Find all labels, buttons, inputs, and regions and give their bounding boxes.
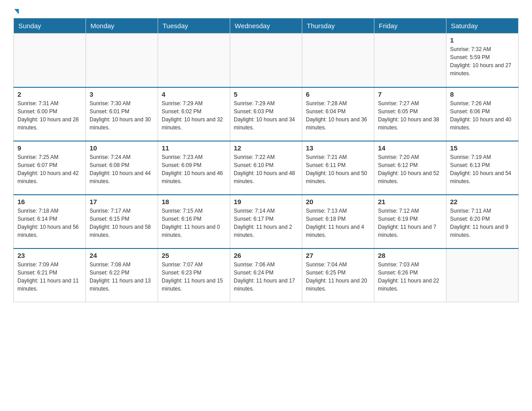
- day-info: Sunrise: 7:24 AMSunset: 6:08 PMDaylight:…: [90, 153, 154, 185]
- calendar-cell: 18Sunrise: 7:15 AMSunset: 6:16 PMDayligh…: [158, 195, 230, 248]
- calendar-week-row: 9Sunrise: 7:25 AMSunset: 6:07 PMDaylight…: [14, 141, 519, 195]
- day-info: Sunrise: 7:23 AMSunset: 6:09 PMDaylight:…: [162, 153, 226, 185]
- day-info: Sunrise: 7:15 AMSunset: 6:16 PMDaylight:…: [162, 207, 226, 239]
- calendar-week-row: 23Sunrise: 7:09 AMSunset: 6:21 PMDayligh…: [14, 248, 519, 302]
- calendar-week-row: 1Sunrise: 7:32 AMSunset: 5:59 PMDaylight…: [14, 34, 519, 87]
- calendar-cell: 4Sunrise: 7:29 AMSunset: 6:02 PMDaylight…: [158, 87, 230, 141]
- day-number: 26: [234, 252, 298, 259]
- day-info: Sunrise: 7:29 AMSunset: 6:02 PMDaylight:…: [162, 99, 226, 132]
- day-number: 3: [90, 90, 154, 98]
- day-number: 25: [162, 252, 226, 259]
- calendar-cell: 27Sunrise: 7:04 AMSunset: 6:25 PMDayligh…: [302, 248, 374, 302]
- day-number: 16: [17, 198, 82, 206]
- calendar-cell: 22Sunrise: 7:11 AMSunset: 6:20 PMDayligh…: [446, 195, 519, 248]
- calendar-cell: [374, 34, 446, 87]
- day-number: 12: [234, 144, 298, 152]
- calendar-cell: [86, 34, 158, 87]
- day-number: 15: [450, 144, 515, 152]
- day-info: Sunrise: 7:25 AMSunset: 6:07 PMDaylight:…: [17, 153, 82, 185]
- day-info: Sunrise: 7:09 AMSunset: 6:21 PMDaylight:…: [17, 261, 82, 293]
- day-number: 28: [378, 252, 442, 259]
- calendar-cell: 2Sunrise: 7:31 AMSunset: 6:00 PMDaylight…: [14, 87, 86, 141]
- day-of-week-header: Saturday: [446, 18, 519, 34]
- calendar-cell: 21Sunrise: 7:12 AMSunset: 6:19 PMDayligh…: [374, 195, 446, 248]
- day-number: 1: [450, 36, 515, 44]
- page-header: [13, 9, 519, 13]
- day-info: Sunrise: 7:22 AMSunset: 6:10 PMDaylight:…: [234, 153, 298, 185]
- calendar-cell: 3Sunrise: 7:30 AMSunset: 6:01 PMDaylight…: [86, 87, 158, 141]
- day-info: Sunrise: 7:26 AMSunset: 6:06 PMDaylight:…: [450, 99, 515, 132]
- calendar-cell: [230, 34, 302, 87]
- calendar-table: SundayMondayTuesdayWednesdayThursdayFrid…: [13, 18, 519, 302]
- calendar-cell: 8Sunrise: 7:26 AMSunset: 6:06 PMDaylight…: [446, 87, 519, 141]
- calendar-cell: 26Sunrise: 7:06 AMSunset: 6:24 PMDayligh…: [230, 248, 302, 302]
- day-info: Sunrise: 7:19 AMSunset: 6:13 PMDaylight:…: [450, 153, 515, 185]
- day-info: Sunrise: 7:12 AMSunset: 6:19 PMDaylight:…: [378, 207, 442, 239]
- calendar-week-row: 16Sunrise: 7:18 AMSunset: 6:14 PMDayligh…: [14, 195, 519, 248]
- day-of-week-header: Wednesday: [230, 18, 302, 34]
- calendar-cell: 23Sunrise: 7:09 AMSunset: 6:21 PMDayligh…: [14, 248, 86, 302]
- calendar-cell: 7Sunrise: 7:27 AMSunset: 6:05 PMDaylight…: [374, 87, 446, 141]
- day-number: 27: [306, 252, 370, 259]
- calendar-cell: [302, 34, 374, 87]
- day-of-week-header: Friday: [374, 18, 446, 34]
- calendar-cell: 11Sunrise: 7:23 AMSunset: 6:09 PMDayligh…: [158, 141, 230, 195]
- calendar-cell: 20Sunrise: 7:13 AMSunset: 6:18 PMDayligh…: [302, 195, 374, 248]
- day-number: 8: [450, 90, 515, 98]
- day-info: Sunrise: 7:11 AMSunset: 6:20 PMDaylight:…: [450, 207, 515, 239]
- day-info: Sunrise: 7:13 AMSunset: 6:18 PMDaylight:…: [306, 207, 370, 239]
- day-number: 19: [234, 198, 298, 206]
- logo-arrow-icon: [14, 9, 19, 14]
- day-info: Sunrise: 7:06 AMSunset: 6:24 PMDaylight:…: [234, 261, 298, 293]
- day-number: 21: [378, 198, 442, 206]
- day-number: 22: [450, 198, 515, 206]
- day-number: 9: [17, 144, 82, 152]
- calendar-cell: 13Sunrise: 7:21 AMSunset: 6:11 PMDayligh…: [302, 141, 374, 195]
- calendar-cell: 28Sunrise: 7:03 AMSunset: 6:26 PMDayligh…: [374, 248, 446, 302]
- day-number: 14: [378, 144, 442, 152]
- day-number: 20: [306, 198, 370, 206]
- day-number: 18: [162, 198, 226, 206]
- day-number: 23: [17, 252, 82, 259]
- calendar-cell: 24Sunrise: 7:08 AMSunset: 6:22 PMDayligh…: [86, 248, 158, 302]
- day-info: Sunrise: 7:31 AMSunset: 6:00 PMDaylight:…: [17, 99, 82, 132]
- day-number: 13: [306, 144, 370, 152]
- day-info: Sunrise: 7:32 AMSunset: 5:59 PMDaylight:…: [450, 45, 515, 77]
- day-number: 5: [234, 90, 298, 98]
- day-number: 24: [90, 252, 154, 259]
- day-info: Sunrise: 7:18 AMSunset: 6:14 PMDaylight:…: [17, 207, 82, 239]
- calendar-cell: 15Sunrise: 7:19 AMSunset: 6:13 PMDayligh…: [446, 141, 519, 195]
- calendar-cell: 17Sunrise: 7:17 AMSunset: 6:15 PMDayligh…: [86, 195, 158, 248]
- day-number: 10: [90, 144, 154, 152]
- calendar-cell: [446, 248, 519, 302]
- day-info: Sunrise: 7:03 AMSunset: 6:26 PMDaylight:…: [378, 261, 442, 293]
- calendar-cell: 25Sunrise: 7:07 AMSunset: 6:23 PMDayligh…: [158, 248, 230, 302]
- day-info: Sunrise: 7:04 AMSunset: 6:25 PMDaylight:…: [306, 261, 370, 293]
- calendar-header-row: SundayMondayTuesdayWednesdayThursdayFrid…: [14, 18, 519, 34]
- logo: [13, 9, 19, 13]
- day-of-week-header: Tuesday: [158, 18, 230, 34]
- calendar-cell: 1Sunrise: 7:32 AMSunset: 5:59 PMDaylight…: [446, 34, 519, 87]
- calendar-cell: 10Sunrise: 7:24 AMSunset: 6:08 PMDayligh…: [86, 141, 158, 195]
- day-info: Sunrise: 7:28 AMSunset: 6:04 PMDaylight:…: [306, 99, 370, 132]
- calendar-cell: 14Sunrise: 7:20 AMSunset: 6:12 PMDayligh…: [374, 141, 446, 195]
- calendar-cell: 9Sunrise: 7:25 AMSunset: 6:07 PMDaylight…: [14, 141, 86, 195]
- day-of-week-header: Monday: [86, 18, 158, 34]
- day-info: Sunrise: 7:07 AMSunset: 6:23 PMDaylight:…: [162, 261, 226, 293]
- day-info: Sunrise: 7:29 AMSunset: 6:03 PMDaylight:…: [234, 99, 298, 132]
- calendar-cell: 19Sunrise: 7:14 AMSunset: 6:17 PMDayligh…: [230, 195, 302, 248]
- calendar-cell: [158, 34, 230, 87]
- day-number: 11: [162, 144, 226, 152]
- calendar-cell: 16Sunrise: 7:18 AMSunset: 6:14 PMDayligh…: [14, 195, 86, 248]
- day-info: Sunrise: 7:30 AMSunset: 6:01 PMDaylight:…: [90, 99, 154, 132]
- day-info: Sunrise: 7:17 AMSunset: 6:15 PMDaylight:…: [90, 207, 154, 239]
- calendar-cell: [14, 34, 86, 87]
- calendar-cell: 5Sunrise: 7:29 AMSunset: 6:03 PMDaylight…: [230, 87, 302, 141]
- day-info: Sunrise: 7:21 AMSunset: 6:11 PMDaylight:…: [306, 153, 370, 185]
- calendar-cell: 6Sunrise: 7:28 AMSunset: 6:04 PMDaylight…: [302, 87, 374, 141]
- calendar-week-row: 2Sunrise: 7:31 AMSunset: 6:00 PMDaylight…: [14, 87, 519, 141]
- day-of-week-header: Sunday: [14, 18, 86, 34]
- day-info: Sunrise: 7:08 AMSunset: 6:22 PMDaylight:…: [90, 261, 154, 293]
- day-number: 6: [306, 90, 370, 98]
- day-number: 2: [17, 90, 82, 98]
